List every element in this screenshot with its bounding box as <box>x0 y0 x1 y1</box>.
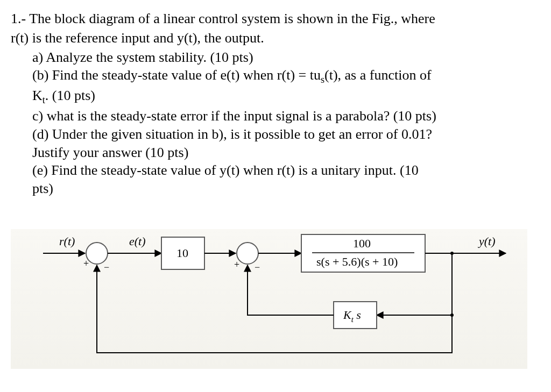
signal-y-label: y(t) <box>478 234 496 248</box>
part-b-line2: Kt. (10 pts) <box>32 87 540 107</box>
signal-r-label: r(t) <box>59 234 75 248</box>
block-diagram-container: r(t) + − e(t) 10 + − 100 s(s + 5.6)(s + <box>11 225 540 369</box>
part-d-line1: (d) Under the given situation in b), is … <box>32 125 540 144</box>
sum-junction-2 <box>237 243 258 264</box>
part-e-line2: pts) <box>32 180 540 198</box>
plant-denominator: s(s + 5.6)(s + 10) <box>316 255 398 268</box>
block-diagram: r(t) + − e(t) 10 + − 100 s(s + 5.6)(s + <box>11 229 527 369</box>
svg-text:−: − <box>255 262 260 273</box>
svg-text:−: − <box>104 262 109 273</box>
stem-line-2: r(t) is the reference input and y(t), th… <box>11 29 540 47</box>
svg-point-11 <box>450 313 454 317</box>
part-a: a) Analyze the system stability. (10 pts… <box>32 48 540 67</box>
gain-value: 10 <box>176 246 188 260</box>
part-e-line1: (e) Find the steady-state value of y(t) … <box>32 161 540 180</box>
sum-junction-1 <box>86 243 108 264</box>
problem-number: 1.- <box>11 11 26 26</box>
block-diagram-svg: r(t) + − e(t) 10 + − 100 s(s + 5.6)(s + <box>11 229 527 369</box>
part-b-line1: (b) Find the steady-state value of e(t) … <box>32 66 540 87</box>
stem-line-1: 1.- The block diagram of a linear contro… <box>11 10 540 28</box>
signal-e-label: e(t) <box>129 234 146 248</box>
plant-numerator: 100 <box>353 237 371 250</box>
parts-list: a) Analyze the system stability. (10 pts… <box>11 48 540 198</box>
problem-statement: 1.- The block diagram of a linear contro… <box>11 10 540 198</box>
svg-text:+: + <box>234 259 239 270</box>
part-c: c) what is the steady-state error if the… <box>32 107 540 125</box>
svg-text:+: + <box>83 258 89 269</box>
stem-text-a: The block diagram of a linear control sy… <box>29 11 435 26</box>
part-d-line2: Justify your answer (10 pts) <box>32 144 540 162</box>
